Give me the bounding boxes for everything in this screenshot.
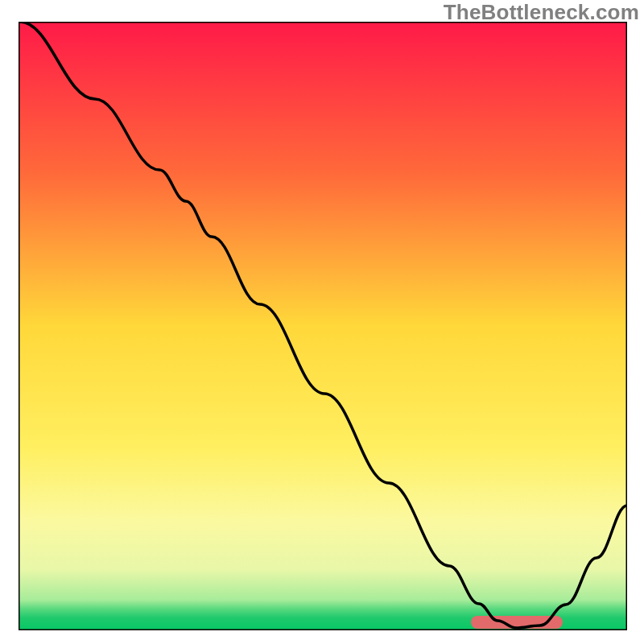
plot-area: [19, 22, 627, 630]
chart-svg: [19, 22, 627, 630]
gradient-background: [19, 22, 627, 630]
chart-container: TheBottleneck.com: [0, 0, 644, 644]
